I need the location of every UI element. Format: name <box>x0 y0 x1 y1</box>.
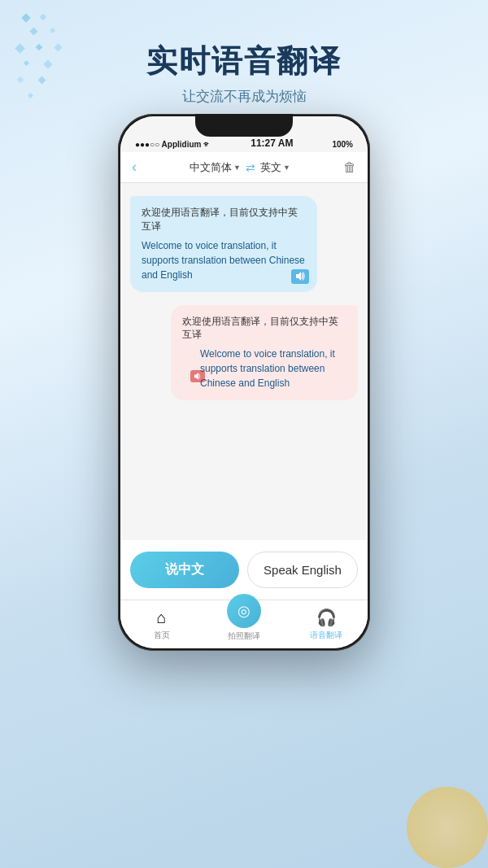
tab-home[interactable]: ⌂ 首页 <box>120 608 203 641</box>
sub-title: 让交流不再成为烦恼 <box>0 87 488 106</box>
english-text-wrapper: Welcome to voice translation, it support… <box>182 347 346 390</box>
title-section: 实时语音翻译 让交流不再成为烦恼 <box>0 16 488 106</box>
tab-photo-label: 拍照翻译 <box>228 630 260 642</box>
tab-photo[interactable]: ◎ 拍照翻译 <box>203 607 285 642</box>
speak-chinese-button[interactable]: 说中文 <box>130 552 239 588</box>
language-selector-group: 中文简体 ▼ ⇄ 英文 ▼ <box>143 160 337 175</box>
battery-text: 100% <box>332 140 353 149</box>
clear-button[interactable]: 🗑 <box>343 160 356 175</box>
carrier-text: ●●●○○ Applidium ᯤ <box>135 140 211 149</box>
tab-voice-label: 语音翻译 <box>310 630 342 641</box>
chat-area: 欢迎使用语言翻译，目前仅支持中英互译 Welcome to voice tran… <box>120 183 368 540</box>
target-language-selector[interactable]: 英文 ▼ <box>260 160 290 175</box>
message-english-left: Welcome to voice translation, it support… <box>142 238 306 282</box>
message-chinese-left: 欢迎使用语言翻译，目前仅支持中英互译 <box>142 206 306 233</box>
message-bubble-right: 欢迎使用语言翻译，目前仅支持中英互译 Welcome to voice tran… <box>171 305 358 401</box>
main-title: 实时语音翻译 <box>0 41 488 82</box>
speaker-icon-left-bubble[interactable] <box>291 269 309 284</box>
camera-icon: ◎ <box>237 602 251 620</box>
gold-decoration <box>407 787 488 868</box>
message-english-right: Welcome to voice translation, it support… <box>182 347 346 390</box>
headphone-icon: 🎧 <box>316 608 337 627</box>
tab-voice[interactable]: 🎧 语音翻译 <box>285 608 368 641</box>
message-chinese-right: 欢迎使用语言翻译，目前仅支持中英互译 <box>182 315 346 342</box>
swap-languages-button[interactable]: ⇄ <box>246 161 255 174</box>
source-language-selector[interactable]: 中文简体 ▼ <box>190 160 241 175</box>
source-lang-arrow: ▼ <box>233 164 241 172</box>
target-lang-label: 英文 <box>260 160 281 175</box>
tab-bar: ⌂ 首页 ◎ 拍照翻译 🎧 语音翻译 <box>120 600 368 648</box>
phone-screen: ●●●○○ Applidium ᯤ 11:27 AM 100% ‹ 中文简体 ▼… <box>120 116 368 648</box>
phone-notch <box>195 114 293 137</box>
phone-outer: ●●●○○ Applidium ᯤ 11:27 AM 100% ‹ 中文简体 ▼… <box>118 114 370 651</box>
camera-circle: ◎ <box>227 594 261 628</box>
source-lang-label: 中文简体 <box>190 160 232 175</box>
action-buttons: 说中文 Speak English <box>120 540 368 600</box>
time-text: 11:27 AM <box>251 137 293 149</box>
tab-home-label: 首页 <box>154 630 170 641</box>
phone-mockup: ●●●○○ Applidium ᯤ 11:27 AM 100% ‹ 中文简体 ▼… <box>118 114 370 651</box>
svg-marker-0 <box>296 272 301 281</box>
back-button[interactable]: ‹ <box>132 159 137 176</box>
app-header: ‹ 中文简体 ▼ ⇄ 英文 ▼ 🗑 <box>120 152 368 183</box>
message-bubble-left: 欢迎使用语言翻译，目前仅支持中英互译 Welcome to voice tran… <box>130 196 317 292</box>
target-lang-arrow: ▼ <box>283 164 290 172</box>
speak-english-button[interactable]: Speak English <box>247 552 358 588</box>
home-icon: ⌂ <box>157 608 167 627</box>
